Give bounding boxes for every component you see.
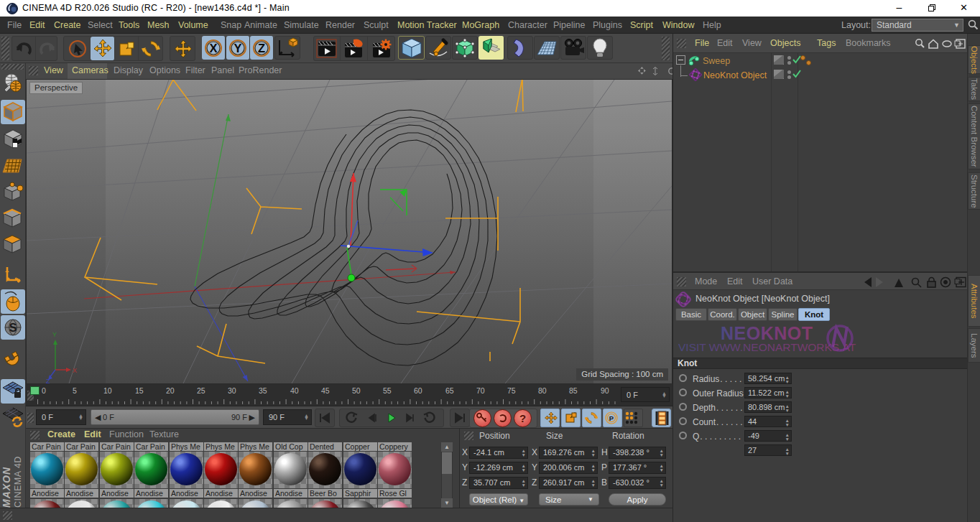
svg-text:Y: Y	[52, 331, 57, 338]
svg-text:X: X	[73, 367, 77, 374]
svg-text:P: P	[609, 414, 614, 422]
svg-text:Z: Z	[46, 378, 50, 383]
svg-text:Z: Z	[258, 42, 265, 55]
svg-text:X: X	[209, 42, 217, 55]
svg-text:NEOKNOT: NEOKNOT	[721, 323, 813, 343]
svg-text:Y: Y	[234, 42, 241, 55]
svg-text:S: S	[9, 322, 17, 334]
